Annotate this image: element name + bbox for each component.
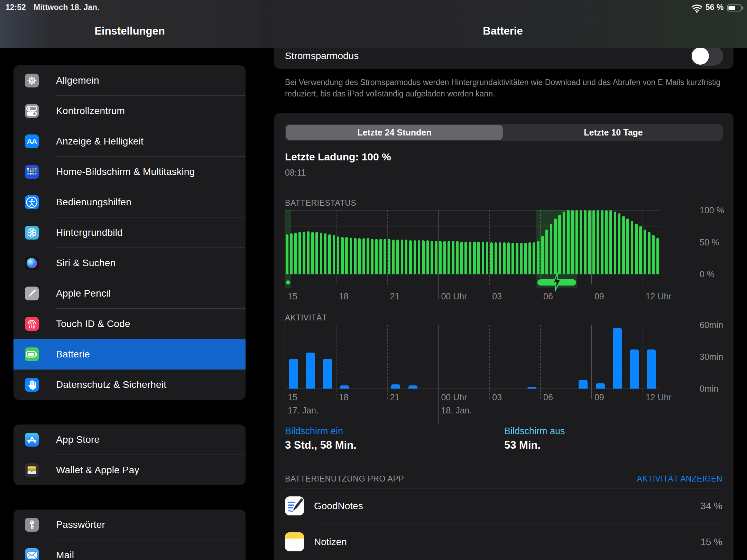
battery-level-bar (367, 238, 369, 274)
sidebar-item-home-bildschirm-multitasking[interactable]: Home-Bildschirm & Multitasking (13, 157, 246, 187)
display-brightness-icon: AA (25, 134, 39, 148)
x-axis-label: 12 Uhr (646, 392, 672, 402)
battery-level-bar (477, 242, 480, 274)
status-bar: 12:52 Mittwoch 18. Jan. 56 % (0, 3, 747, 15)
show-activity-link[interactable]: AKTIVITÄT ANZEIGEN (637, 474, 722, 484)
app-usage-row[interactable]: Notizen15 % (274, 524, 734, 560)
battery-level-bar (507, 242, 510, 274)
battery-level-bar (371, 239, 374, 274)
grid-line-v (643, 210, 643, 284)
wallpaper-icon (25, 226, 39, 240)
y-axis-label: 100 % (700, 205, 724, 215)
battery-level-bar (588, 210, 591, 274)
battery-level-bar (405, 240, 408, 274)
grid-line-v (489, 210, 490, 284)
x-axis-label: 00 Uhr (441, 392, 467, 402)
x-axis-label: 12 Uhr (646, 291, 672, 301)
sidebar-item-anzeige-helligkeit[interactable]: AAAnzeige & Helligkeit (13, 126, 246, 157)
y-axis-label: 0 % (700, 269, 714, 279)
screen-on-label: Bildschirm ein (285, 426, 343, 437)
battery-level-bar (443, 241, 446, 274)
sidebar-item-label: Apple Pencil (56, 288, 111, 299)
sidebar-item-wallet-apple-pay[interactable]: Wallet & Apple Pay (13, 455, 246, 485)
sidebar-item-batterie[interactable]: Batterie (13, 339, 246, 370)
battery-level-bar (286, 234, 288, 274)
sidebar-item-label: Siri & Suchen (56, 258, 116, 269)
battery-level-bar (431, 241, 433, 274)
y-axis-label: 30min (700, 352, 723, 362)
battery-level-bar (358, 238, 361, 274)
screen-off-label: Bildschirm aus (504, 426, 565, 437)
sidebar-item-bedienungshilfen[interactable]: Bedienungshilfen (13, 187, 246, 217)
grid-line-v (489, 325, 490, 399)
sidebar-item-mail[interactable]: Mail (13, 540, 246, 560)
x-axis-label: 06 (543, 392, 553, 402)
x-axis-label: 18 (339, 291, 349, 301)
activity-section-label: AKTIVITÄT (285, 313, 327, 323)
toggles-icon (25, 104, 39, 118)
battery-level-bar (601, 210, 604, 274)
sidebar-item-app-store[interactable]: App Store (13, 424, 246, 455)
battery-level-bar (333, 235, 335, 274)
charging-dot-marker (286, 280, 290, 284)
grid-line-h (285, 210, 660, 211)
battery-level-bar (537, 241, 540, 274)
time-range-segmented-control: Letzte 24 Stunden Letzte 10 Tage (285, 124, 723, 141)
battery-level-bar (384, 239, 386, 274)
status-date: Mittwoch 18. Jan. (34, 3, 99, 12)
x-axis-label: 09 (594, 392, 604, 402)
x-axis-label: 06 (543, 291, 553, 301)
battery-level-bar (315, 232, 318, 274)
grid-line-v (591, 210, 592, 284)
sidebar-item-hintergrundbild[interactable]: Hintergrundbild (13, 217, 246, 248)
activity-bar (579, 380, 588, 389)
sidebar-item-apple-pencil[interactable]: Apple Pencil (13, 278, 246, 309)
battery-level-bar (524, 243, 527, 274)
app-usage-list: GoodNotes34 %Notizen15 % (274, 488, 734, 560)
siri-icon (25, 256, 39, 270)
sidebar-item-label: Touch ID & Code (56, 318, 130, 329)
app-usage-row[interactable]: GoodNotes34 % (274, 488, 734, 524)
app-name: Notizen (314, 536, 347, 548)
battery-level-bar (294, 233, 297, 274)
sidebar-group-store: App StoreWallet & Apple Pay (13, 424, 246, 485)
sidebar-item-passwörter[interactable]: Passwörter (13, 510, 246, 540)
sidebar-item-datenschutz-sicherheit[interactable]: Datenschutz & Sicherheit (13, 370, 246, 400)
battery-level-bar (337, 236, 340, 274)
grid-line-h (285, 357, 660, 357)
x-axis-label: 03 (492, 392, 502, 402)
battery-level-bar (511, 243, 514, 274)
sidebar-item-kontrollzentrum[interactable]: Kontrollzentrum (13, 96, 246, 126)
low-power-toggle[interactable] (691, 46, 723, 66)
battery-level-bar (350, 238, 352, 274)
sidebar-title: Einstellungen (94, 25, 165, 37)
battery-status-section-label: BATTERIESTATUS (285, 198, 356, 208)
sidebar-item-label: Datenschutz & Sicherheit (56, 379, 166, 390)
battery-level-bar (486, 242, 489, 274)
activity-bar (340, 385, 349, 389)
sidebar-item-label: Batterie (56, 349, 90, 360)
sidebar-item-label: Home-Bildschirm & Multitasking (56, 166, 195, 177)
battery-level-bar (298, 232, 301, 274)
grid-line-h (285, 226, 660, 226)
sidebar-item-siri-suchen[interactable]: Siri & Suchen (13, 248, 246, 278)
battery-level-bar (456, 241, 459, 274)
y-axis-label: 50 % (700, 237, 719, 248)
last-charge-time: 08:11 (285, 168, 306, 178)
sidebar-item-allgemein[interactable]: Allgemein (13, 65, 246, 96)
x-axis-label: 18 (339, 392, 349, 402)
segment-last-24-hours[interactable]: Letzte 24 Stunden (286, 125, 503, 140)
battery-level-bar (396, 240, 399, 274)
activity-chart: 60min30min0min15182100 Uhr03060912 Uhr17… (285, 325, 660, 389)
battery-level-bar (592, 210, 595, 274)
grid-line-v (387, 325, 388, 399)
battery-level-bar (554, 218, 557, 274)
segment-last-10-days[interactable]: Letzte 10 Tage (505, 125, 722, 140)
battery-level-bar (341, 237, 344, 274)
battery-level-bar (626, 218, 629, 274)
grid-line-h (285, 325, 660, 325)
app-battery-percent: 34 % (700, 501, 722, 512)
sidebar-item-label: Kontrollzentrum (56, 105, 125, 116)
battery-level-bar (418, 240, 421, 274)
sidebar-item-touch-id-code[interactable]: Touch ID & Code (13, 309, 246, 339)
